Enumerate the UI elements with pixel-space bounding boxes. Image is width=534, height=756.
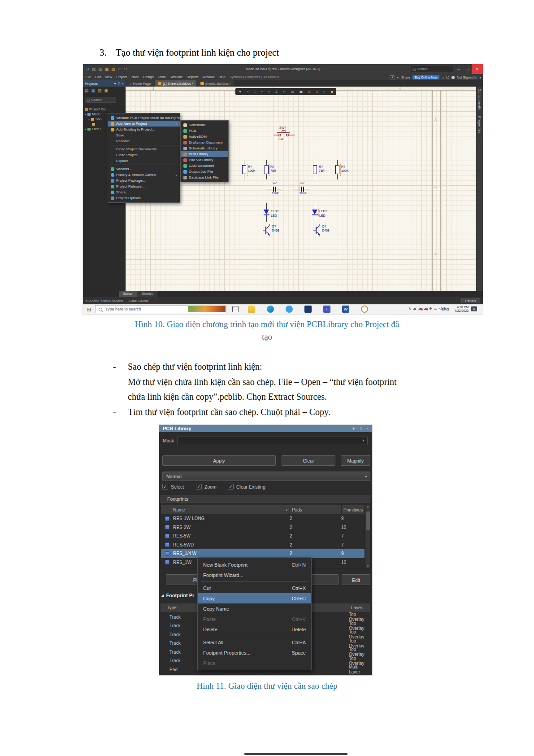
- menu-item-releaser[interactable]: Project Releaser...: [108, 184, 180, 189]
- menu-reports[interactable]: Reports: [187, 75, 198, 79]
- mode-dropdown[interactable]: Normal ▼: [162, 472, 370, 481]
- menu-item-copy-name[interactable]: Copy Name: [198, 603, 311, 614]
- probe-icon[interactable]: ⊙: [308, 90, 311, 94]
- mask-input[interactable]: ▼: [177, 437, 368, 445]
- component-switch[interactable]: SW? SW: [274, 126, 301, 141]
- menu-item-paste[interactable]: PasteCtrl+V: [198, 614, 311, 624]
- component-transistor[interactable]: Q? D468: [313, 222, 332, 238]
- submenu-item-padvia[interactable]: Pad Via Library: [181, 157, 228, 163]
- scroll-down-icon[interactable]: ▼: [365, 565, 370, 568]
- component-led[interactable]: LED? LED: [311, 203, 330, 222]
- projects-search-input[interactable]: Search: [85, 97, 116, 103]
- menu-item-add-new[interactable]: Add New to Project ▸: [108, 121, 180, 127]
- panel-tool-icon[interactable]: ▦: [91, 88, 96, 95]
- sheet-icon[interactable]: ▣: [300, 90, 303, 94]
- col-layer[interactable]: Layer: [349, 603, 370, 612]
- select-rect-icon[interactable]: □: [254, 90, 256, 94]
- menu-item-cut[interactable]: CutCtrl+X: [198, 583, 311, 593]
- tray-chevron-icon[interactable]: ∧: [408, 306, 411, 310]
- menu-help[interactable]: Help: [218, 75, 225, 79]
- altium-taskbar-icon[interactable]: [361, 306, 368, 313]
- tab-properties[interactable]: Properties: [478, 116, 482, 134]
- search-highlight-image[interactable]: [188, 306, 226, 312]
- submenu-item-cam[interactable]: CAM Document: [181, 163, 228, 169]
- panel-tool-icon[interactable]: ▥: [98, 88, 102, 95]
- menu-item-close-docs[interactable]: Close Project Documents: [108, 146, 180, 152]
- tab-components[interactable]: Components: [478, 89, 482, 110]
- menu-place[interactable]: Place: [131, 75, 139, 79]
- tree-item-project-group[interactable]: Project Gro: [85, 107, 125, 112]
- menu-item-add-existing[interactable]: Add Existing to Project...: [108, 127, 180, 132]
- component-resistor[interactable]: R? 100K: [242, 160, 260, 179]
- menu-item-new-blank[interactable]: New Blank FootprintCtrl+N: [198, 559, 311, 570]
- onedrive-icon[interactable]: ☁: [413, 306, 417, 310]
- submenu-item-draftsman[interactable]: Draftsman Document: [181, 140, 228, 145]
- save-icon[interactable]: ▤: [92, 67, 96, 71]
- filter-icon[interactable]: ▼: [239, 90, 242, 94]
- tab-sheet1[interactable]: Sheet1.SchDoc *: [197, 80, 234, 87]
- menu-item-variants[interactable]: Variants...: [108, 166, 180, 172]
- clear-button[interactable]: Clear: [282, 455, 335, 466]
- text-icon[interactable]: A: [316, 90, 318, 94]
- share-button[interactable]: Share: [401, 75, 410, 79]
- menu-file[interactable]: File: [86, 75, 91, 79]
- menu-item-save[interactable]: Save: [108, 132, 180, 138]
- menu-item-select-all[interactable]: Select AllCtrl+A: [198, 637, 311, 647]
- tab-home-page[interactable]: ⌂ Home Page: [126, 80, 154, 87]
- scroll-up-icon[interactable]: ▲: [365, 505, 370, 508]
- submenu-item-outputjob[interactable]: Output Job File: [181, 169, 228, 175]
- menu-item-close-project[interactable]: Close Project: [108, 152, 180, 158]
- user-icon[interactable]: [452, 76, 455, 79]
- menu-item-copy[interactable]: CopyCtrl+C: [198, 593, 311, 603]
- menu-item-validate[interactable]: Validate PCB Project Mach da hài.PrjPcb: [108, 115, 180, 121]
- menu-item-place[interactable]: Place: [198, 658, 311, 668]
- menu-item-rename[interactable]: Rename...: [108, 138, 180, 144]
- clear-existing-checkbox[interactable]: ✓: [228, 484, 234, 489]
- footprint-primitives-section[interactable]: ◢ Footprint Pr: [161, 593, 194, 598]
- home-icon[interactable]: ⌂: [442, 75, 444, 79]
- menu-item-share[interactable]: Share...: [108, 189, 180, 195]
- menu-simulate[interactable]: Simulate: [169, 75, 182, 79]
- word-icon[interactable]: W: [342, 306, 349, 313]
- photos-icon[interactable]: [286, 306, 293, 313]
- copy-doc-icon[interactable]: ▥: [98, 67, 102, 71]
- menu-view[interactable]: View: [105, 75, 112, 79]
- menu-item-options[interactable]: Project Options...: [108, 195, 180, 201]
- cloud-error-icon[interactable]: ☁: [424, 306, 427, 310]
- panels-button[interactable]: Panels: [461, 298, 480, 303]
- start-button[interactable]: ⊞: [83, 306, 91, 313]
- panel-pin-icon[interactable]: ∓: [360, 427, 363, 431]
- select-checkbox[interactable]: ✓: [162, 484, 168, 489]
- taskbar-search-input[interactable]: Type here to search: [95, 305, 226, 313]
- redo-icon[interactable]: ↷: [124, 67, 127, 71]
- panel-pin-icon[interactable]: ∓: [117, 82, 121, 86]
- submenu-item-dblink[interactable]: Database Link File: [181, 175, 228, 180]
- edge-icon[interactable]: [267, 306, 274, 313]
- gear-icon[interactable]: [446, 76, 449, 79]
- buy-online-button[interactable]: Buy Online Now: [412, 75, 439, 79]
- menu-tools[interactable]: Tools: [158, 75, 166, 79]
- dev-app-icon[interactable]: [304, 306, 312, 313]
- cloud-error-icon[interactable]: ☁: [418, 306, 422, 310]
- table-row[interactable]: RES-5W27: [161, 532, 365, 541]
- panel-close-icon[interactable]: ×: [122, 82, 124, 86]
- menu-design[interactable]: Design: [143, 75, 153, 79]
- panel-caret-icon[interactable]: ▾: [114, 82, 116, 86]
- component-capacitor[interactable]: C? 10uF: [294, 181, 312, 196]
- menu-item-history[interactable]: History & Version Control ▸: [108, 172, 180, 178]
- add-icon[interactable]: +: [247, 90, 249, 94]
- menu-project[interactable]: Project: [116, 75, 126, 79]
- zoom-checkbox[interactable]: ✓: [196, 484, 202, 489]
- col-name[interactable]: Name: [173, 507, 185, 512]
- magnify-button[interactable]: Magnify: [341, 455, 370, 466]
- table-row-selected[interactable]: RES_1/4 W29: [161, 549, 365, 558]
- table-row[interactable]: RES-1W-LONG29: [161, 514, 365, 523]
- close-button[interactable]: ×: [472, 64, 483, 74]
- minimize-button[interactable]: –: [455, 64, 463, 74]
- panel-tool-icon[interactable]: ▤: [85, 88, 89, 95]
- teams-icon[interactable]: T: [323, 306, 330, 313]
- file-explorer-icon[interactable]: [248, 306, 255, 313]
- signin-status[interactable]: Not Signed In: [457, 75, 477, 79]
- panel-tool-icon[interactable]: ▣: [104, 88, 109, 95]
- display-icon[interactable]: ▭: [434, 306, 438, 310]
